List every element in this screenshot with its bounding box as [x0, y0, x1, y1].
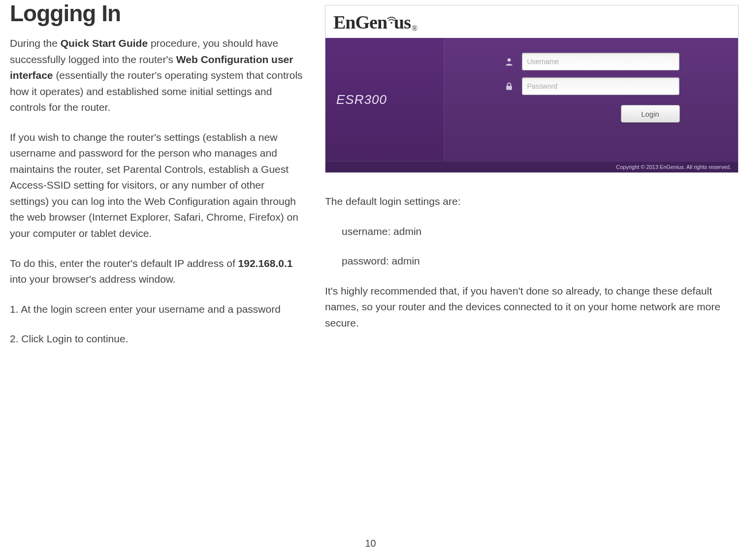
p1-bold1: Quick Start Guide	[61, 37, 148, 49]
defaults-password: password: admin	[325, 253, 739, 269]
username-input[interactable]	[522, 53, 679, 70]
defaults-intro: The default login settings are:	[325, 194, 739, 210]
brand-text-post: us	[394, 11, 411, 33]
brand-logo: EnGen us ®	[333, 11, 417, 33]
paragraph-3: To do this, enter the router's default I…	[10, 256, 305, 288]
model-label: ESR300	[336, 92, 387, 107]
step-2: 2. Click Login to continue.	[10, 331, 305, 347]
paragraph-2: If you wish to change the router's setti…	[10, 130, 305, 242]
brand-text-pre: EnGen	[333, 11, 387, 33]
defaults-username: username: admin	[325, 224, 739, 240]
login-body: ESR300	[325, 38, 738, 161]
paragraph-1: During the Quick Start Guide procedure, …	[10, 35, 305, 116]
lock-icon	[503, 80, 515, 92]
login-footer: Copyright © 2013 EnGenius. All rights re…	[325, 161, 738, 172]
body-left: During the Quick Start Guide procedure, …	[10, 35, 305, 347]
login-button-wrap: Login	[503, 105, 680, 123]
user-icon	[503, 56, 515, 67]
login-button[interactable]: Login	[621, 105, 680, 123]
wifi-icon	[387, 15, 396, 24]
page-number: 10	[365, 538, 376, 549]
username-row	[464, 53, 718, 70]
p3-post: into your browser's address window.	[10, 273, 176, 285]
p1-post: (essentially the router's operating syst…	[10, 69, 303, 113]
svg-point-0	[390, 22, 392, 24]
login-form: Login	[444, 38, 738, 161]
password-row	[464, 77, 718, 95]
svg-point-1	[507, 58, 511, 62]
login-body-left: ESR300	[325, 38, 444, 161]
password-input[interactable]	[522, 77, 679, 95]
brand-registered: ®	[412, 24, 417, 33]
step-1: 1. At the login screen enter your userna…	[10, 301, 305, 318]
recommendation: It's highly recommended that, if you hav…	[325, 283, 739, 331]
p1-pre: During the	[10, 37, 61, 49]
login-screenshot: EnGen us ® ESR300	[325, 5, 739, 173]
p3-ip: 192.168.0.1	[238, 258, 293, 269]
svg-rect-2	[506, 86, 512, 90]
body-right: The default login settings are: username…	[325, 194, 739, 331]
login-header: EnGen us ®	[325, 5, 738, 38]
page-title: Logging In	[10, 0, 305, 27]
p3-pre: To do this, enter the router's default I…	[10, 258, 238, 269]
